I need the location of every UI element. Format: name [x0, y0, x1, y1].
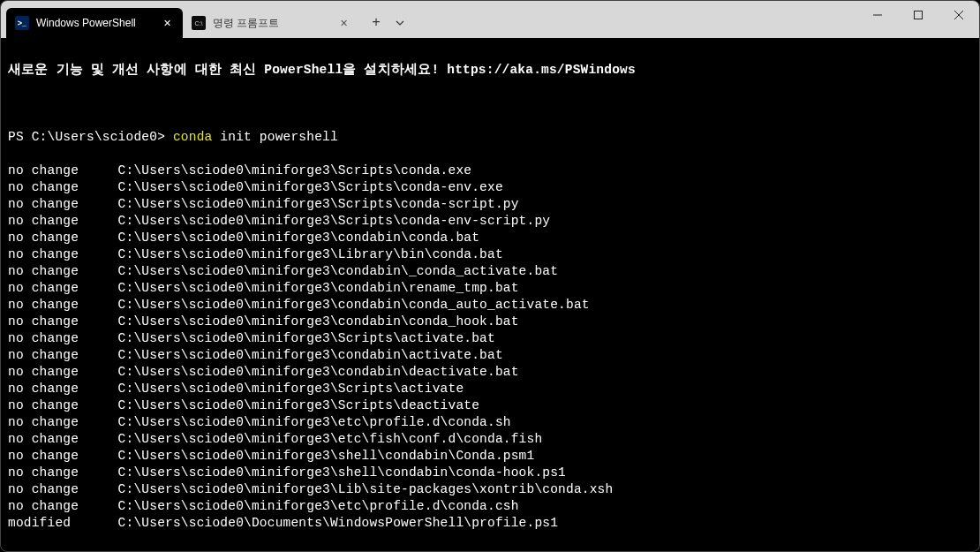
tab-dropdown-button[interactable]: [389, 8, 411, 38]
command-output: no change C:\Users\sciode0\miniforge3\Sc…: [8, 163, 972, 532]
titlebar: >_ Windows PowerShell ✕ C:\ 명령 프롬프트 ✕ +: [1, 1, 979, 38]
output-line: no change C:\Users\sciode0\miniforge3\Li…: [8, 246, 972, 263]
output-line: no change C:\Users\sciode0\miniforge3\Sc…: [8, 213, 972, 230]
output-line: no change C:\Users\sciode0\miniforge3\et…: [8, 431, 972, 448]
output-line: no change C:\Users\sciode0\miniforge3\Sc…: [8, 381, 972, 397]
output-line: no change C:\Users\sciode0\miniforge3\sh…: [8, 465, 972, 481]
command-name: conda: [173, 130, 213, 144]
maximize-button[interactable]: [898, 1, 939, 29]
output-line: no change C:\Users\sciode0\miniforge3\Li…: [8, 481, 972, 498]
output-line: no change C:\Users\sciode0\miniforge3\Sc…: [8, 330, 972, 347]
tab-title: Windows PowerShell: [36, 17, 153, 29]
output-line: no change C:\Users\sciode0\miniforge3\co…: [8, 280, 972, 297]
tab-strip: >_ Windows PowerShell ✕ C:\ 명령 프롬프트 ✕ +: [1, 1, 411, 38]
window-controls: [857, 1, 979, 29]
output-line: no change C:\Users\sciode0\miniforge3\Sc…: [8, 163, 972, 179]
blank-line: [8, 548, 972, 552]
svg-rect-1: [915, 11, 923, 19]
close-window-button[interactable]: [939, 1, 979, 29]
output-line: modified C:\Users\sciode0\Documents\Wind…: [8, 515, 972, 532]
banner-message: 새로운 기능 및 개선 사항에 대한 최신 PowerShell을 설치하세요!…: [8, 62, 972, 79]
output-line: no change C:\Users\sciode0\miniforge3\sh…: [8, 448, 972, 465]
output-line: no change C:\Users\sciode0\miniforge3\co…: [8, 230, 972, 246]
close-icon[interactable]: ✕: [160, 16, 174, 30]
prompt-line: PS C:\Users\sciode0> conda init powershe…: [8, 129, 972, 146]
close-icon[interactable]: ✕: [336, 16, 351, 30]
tab-powershell[interactable]: >_ Windows PowerShell ✕: [6, 8, 183, 38]
command-args: init powershell: [212, 130, 337, 144]
cmd-icon: C:\: [192, 16, 206, 30]
output-line: no change C:\Users\sciode0\miniforge3\Sc…: [8, 397, 972, 414]
powershell-icon: >_: [15, 16, 29, 30]
output-line: no change C:\Users\sciode0\miniforge3\et…: [8, 414, 972, 431]
output-line: no change C:\Users\sciode0\miniforge3\co…: [8, 364, 972, 381]
output-line: no change C:\Users\sciode0\miniforge3\et…: [8, 498, 972, 515]
output-line: no change C:\Users\sciode0\miniforge3\Sc…: [8, 179, 972, 196]
output-line: no change C:\Users\sciode0\miniforge3\co…: [8, 347, 972, 364]
tab-title: 명령 프롬프트: [213, 16, 329, 31]
output-line: no change C:\Users\sciode0\miniforge3\co…: [8, 263, 972, 280]
terminal-content[interactable]: 새로운 기능 및 개선 사항에 대한 최신 PowerShell을 설치하세요!…: [1, 38, 979, 552]
prompt: PS C:\Users\sciode0>: [8, 130, 173, 144]
minimize-button[interactable]: [857, 1, 898, 29]
new-tab-button[interactable]: +: [363, 8, 389, 38]
output-line: no change C:\Users\sciode0\miniforge3\Sc…: [8, 196, 972, 213]
blank-line: [8, 95, 972, 112]
output-line: no change C:\Users\sciode0\miniforge3\co…: [8, 314, 972, 330]
tab-cmd[interactable]: C:\ 명령 프롬프트 ✕: [183, 8, 359, 38]
output-line: no change C:\Users\sciode0\miniforge3\co…: [8, 297, 972, 314]
